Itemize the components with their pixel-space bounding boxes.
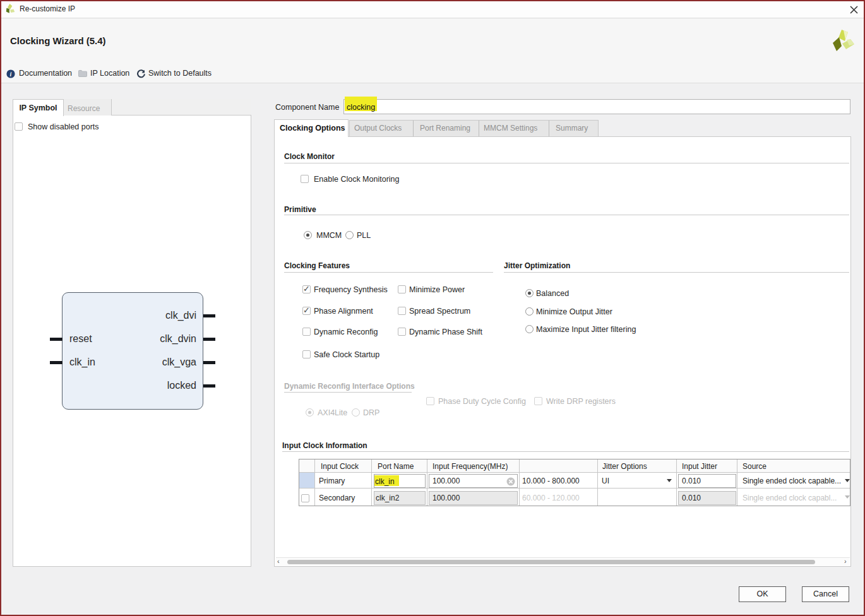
- svg-text:i: i: [10, 71, 12, 78]
